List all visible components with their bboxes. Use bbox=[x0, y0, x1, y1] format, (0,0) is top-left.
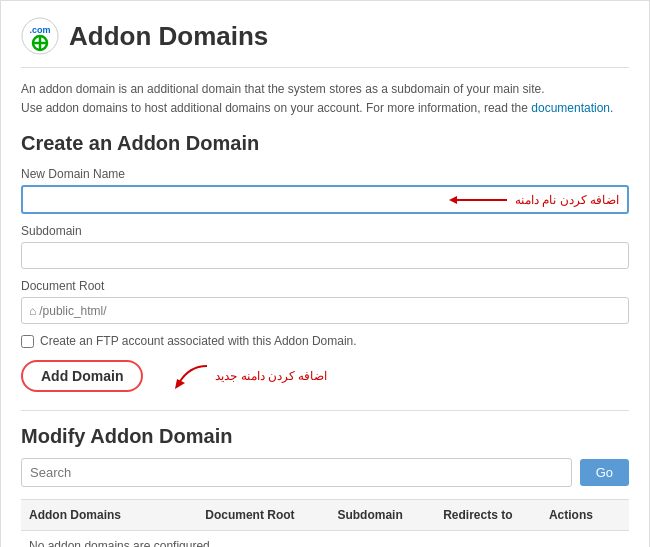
col-document-root: Document Root bbox=[197, 506, 329, 524]
col-redirects-to: Redirects to bbox=[435, 506, 541, 524]
document-root-input[interactable] bbox=[21, 297, 629, 324]
modify-section: Modify Addon Domain Go Addon Domains Doc… bbox=[21, 425, 629, 547]
ftp-checkbox-row: Create an FTP account associated with th… bbox=[21, 334, 629, 348]
col-actions: Actions bbox=[541, 506, 629, 524]
add-annotation: اضافه کردن دامنه جدید bbox=[159, 361, 327, 391]
page-header: .com Addon Domains bbox=[21, 17, 629, 68]
go-button[interactable]: Go bbox=[580, 459, 629, 486]
modify-section-title: Modify Addon Domain bbox=[21, 425, 629, 448]
domain-name-row: اضافه کردن نام دامنه bbox=[21, 185, 629, 214]
ftp-checkbox-label[interactable]: Create an FTP account associated with th… bbox=[40, 334, 357, 348]
document-root-group: Document Root ⌂ /public_html/ bbox=[21, 279, 629, 324]
page-wrapper: .com Addon Domains An addon domain is an… bbox=[0, 0, 650, 547]
doc-root-wrapper: ⌂ /public_html/ bbox=[21, 297, 629, 324]
doc-root-prefix-text: /public_html/ bbox=[39, 304, 106, 318]
search-input[interactable] bbox=[21, 458, 572, 487]
search-row: Go bbox=[21, 458, 629, 487]
col-subdomain: Subdomain bbox=[329, 506, 435, 524]
subdomain-group: Subdomain bbox=[21, 224, 629, 269]
create-section: Create an Addon Domain New Domain Name ا… bbox=[21, 132, 629, 392]
page-description: An addon domain is an additional domain … bbox=[21, 80, 629, 118]
desc-line2: Use addon domains to host additional dom… bbox=[21, 101, 528, 115]
document-root-label: Document Root bbox=[21, 279, 629, 293]
subdomain-input[interactable] bbox=[21, 242, 629, 269]
add-arrow-icon bbox=[159, 361, 209, 391]
subdomain-label: Subdomain bbox=[21, 224, 629, 238]
new-domain-label: New Domain Name bbox=[21, 167, 629, 181]
home-icon: ⌂ bbox=[29, 304, 36, 318]
create-section-title: Create an Addon Domain bbox=[21, 132, 629, 155]
col-addon-domains: Addon Domains bbox=[21, 506, 197, 524]
table-header: Addon Domains Document Root Subdomain Re… bbox=[21, 499, 629, 531]
cpanel-logo-icon: .com bbox=[21, 17, 59, 55]
svg-marker-7 bbox=[175, 379, 185, 389]
desc-line1: An addon domain is an additional domain … bbox=[21, 82, 545, 96]
add-domain-row: Add Domain اضافه کردن دامنه جدید bbox=[21, 360, 629, 392]
section-divider bbox=[21, 410, 629, 411]
doc-root-prefix: ⌂ /public_html/ bbox=[29, 304, 107, 318]
table-empty-message: No addon domains are configured. bbox=[21, 531, 629, 547]
documentation-link[interactable]: documentation bbox=[531, 101, 610, 115]
page-title: Addon Domains bbox=[69, 21, 268, 52]
svg-text:.com: .com bbox=[29, 25, 50, 35]
new-domain-input[interactable] bbox=[21, 185, 629, 214]
new-domain-group: New Domain Name اضافه کردن نام دامنه bbox=[21, 167, 629, 214]
ftp-checkbox[interactable] bbox=[21, 335, 34, 348]
add-annotation-text: اضافه کردن دامنه جدید bbox=[215, 369, 327, 383]
add-domain-button[interactable]: Add Domain bbox=[21, 360, 143, 392]
